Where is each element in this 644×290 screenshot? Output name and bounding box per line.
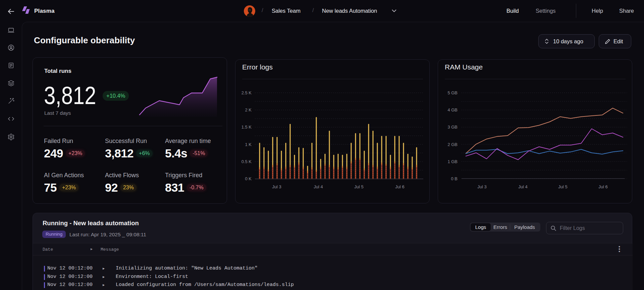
svg-text:0 K: 0 K xyxy=(245,176,252,181)
svg-text:1 K: 1 K xyxy=(245,142,252,147)
svg-text:2.5 K: 2.5 K xyxy=(241,90,252,95)
svg-text:Jul 5: Jul 5 xyxy=(354,184,363,189)
svg-text:2 K: 2 K xyxy=(245,107,252,112)
svg-text:Jul 3: Jul 3 xyxy=(272,184,281,189)
svg-text:0.5 K: 0.5 K xyxy=(241,159,252,164)
svg-text:4 GB: 4 GB xyxy=(447,107,458,112)
svg-text:Jul 5: Jul 5 xyxy=(558,184,567,189)
svg-text:0 B: 0 B xyxy=(451,176,458,181)
svg-text:Jul 4: Jul 4 xyxy=(518,184,527,189)
svg-text:Jul 6: Jul 6 xyxy=(395,184,404,189)
svg-text:3 GB: 3 GB xyxy=(447,125,458,130)
svg-text:1 GB: 1 GB xyxy=(447,159,458,164)
svg-text:1.5 K: 1.5 K xyxy=(241,125,252,130)
svg-text:Jul 4: Jul 4 xyxy=(314,184,323,189)
svg-text:Jul 3: Jul 3 xyxy=(477,184,486,189)
svg-text:2 GB: 2 GB xyxy=(447,142,458,147)
svg-text:Jul 6: Jul 6 xyxy=(598,184,607,189)
svg-text:5 GB: 5 GB xyxy=(447,90,458,95)
